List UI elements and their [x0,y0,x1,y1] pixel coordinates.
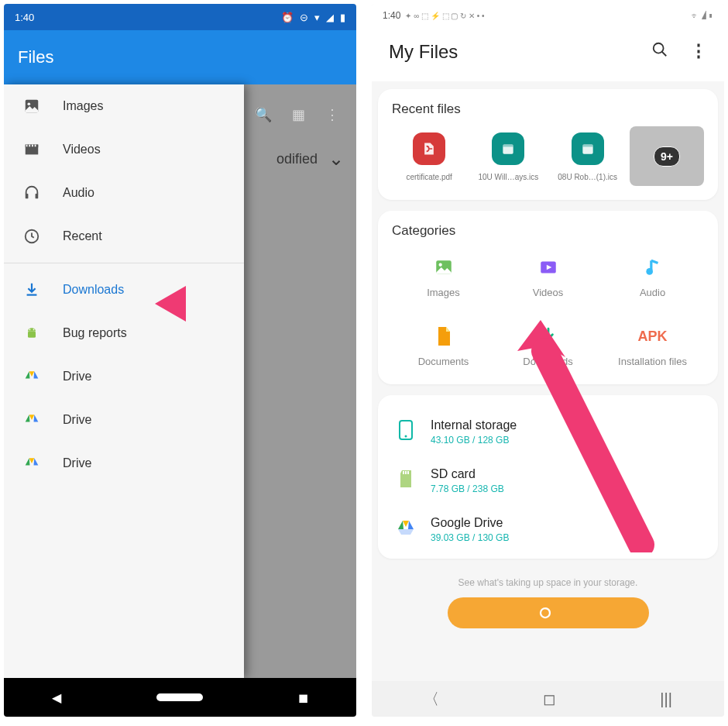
phone-right-myfiles-app: 1:40 ✦ ∞ ⬚ ⚡ ⬚ ▢ ↻ ✕ • • ᯤ ◢ ▮ My Files … [372,4,724,717]
nav-back-icon[interactable]: ◀ [52,690,61,705]
drawer-item-videos[interactable]: Videos [4,128,244,171]
svg-marker-43 [403,521,409,527]
svg-point-25 [654,43,664,53]
search-icon[interactable]: 🔍 [255,106,272,123]
category-images[interactable]: Images [395,256,492,298]
svg-rect-4 [26,145,28,147]
storage-internal[interactable]: Internal storage 43.10 GB / 128 GB [392,408,704,456]
app-title: My Files [389,41,458,63]
recent-file-item[interactable]: certificate.pdf [392,128,466,186]
category-label: Downloads [500,356,596,367]
svg-point-32 [438,263,441,267]
status-bar: 1:40 ⏰ ⊝ ▾ ◢ ▮ [4,4,356,30]
drawer-item-label: Images [63,99,103,113]
android-icon [22,324,41,342]
storage-googledrive[interactable]: Google Drive 39.03 GB / 130 GB [392,505,704,554]
storage-card: Internal storage 43.10 GB / 128 GB SD ca… [378,395,718,559]
grid-view-icon[interactable]: ▦ [292,106,305,123]
categories-card: Categories Images Videos [378,211,718,384]
drawer-item-drive-2[interactable]: Drive [4,398,244,442]
svg-point-14 [33,329,35,331]
chevron-down-icon[interactable]: ⌄ [328,148,344,170]
recent-more-count: 9+ [654,146,680,167]
svg-rect-7 [35,145,36,147]
storage-hint: See what's taking up space in your stora… [372,569,724,597]
drawer-item-downloads[interactable]: Downloads [4,268,244,311]
music-note-icon [604,256,701,279]
status-right-icons: ᯤ ◢ ▮ [691,11,713,20]
category-downloads[interactable]: Downloads [500,325,596,367]
nav-home-icon[interactable] [156,693,203,701]
phone-left-files-app: 1:40 ⏰ ⊝ ▾ ◢ ▮ Files 🔍 ▦ ⋮ odified ⌄ [4,4,356,717]
app-header: My Files ⋮ [372,27,724,81]
drive-icon [22,454,41,473]
download-icon [500,325,596,348]
category-videos[interactable]: Videos [500,256,596,298]
phone-icon [395,419,417,445]
drawer-item-label: Downloads [63,283,124,297]
overflow-icon[interactable]: ⋮ [325,106,339,123]
app-bar: Files [4,30,356,84]
drawer-item-audio[interactable]: Audio [4,171,244,215]
sort-label[interactable]: odified [276,151,318,167]
svg-point-13 [29,329,31,331]
status-indicators: ✦ ∞ ⬚ ⚡ ⬚ ▢ ↻ ✕ • • [405,12,484,20]
svg-line-26 [662,52,667,57]
drawer-item-bugreports[interactable]: Bug reports [4,311,244,355]
analyze-storage-button[interactable] [448,597,649,628]
recent-file-item[interactable]: 08U Rob…(1).ics [551,128,625,186]
svg-point-38 [405,435,407,438]
recent-file-item[interactable]: 10U Will…ays.ics [471,128,545,186]
svg-marker-21 [26,415,30,421]
svg-point-35 [646,268,653,275]
svg-marker-18 [26,371,30,378]
nav-recents-icon[interactable]: ◼ [298,690,308,705]
image-icon [395,256,492,279]
status-bar: 1:40 ✦ ∞ ⬚ ⚡ ⬚ ▢ ↻ ✕ • • ᯤ ◢ ▮ [372,4,724,27]
svg-rect-11 [27,294,37,296]
svg-rect-5 [29,145,30,147]
drawer-item-label: Drive [63,370,91,384]
dnd-icon: ⊝ [300,12,308,23]
category-documents[interactable]: Documents [395,325,492,367]
drawer-item-drive-3[interactable]: Drive [4,442,244,485]
svg-rect-30 [582,144,592,146]
categories-title: Categories [392,223,704,239]
category-installation-files[interactable]: APK Installation files [604,325,701,367]
signal-icon: ◢ [326,12,334,23]
storage-name: Internal storage [431,418,517,432]
drawer-item-drive-1[interactable]: Drive [4,355,244,398]
svg-rect-12 [28,332,36,338]
nav-home-icon[interactable]: ◻ [543,690,556,708]
nav-back-icon[interactable]: 〈 [424,689,439,710]
svg-rect-6 [32,145,33,147]
drawer-item-images[interactable]: Images [4,84,244,128]
alarm-icon: ⏰ [281,12,294,23]
category-label: Installation files [604,356,701,367]
storage-sdcard[interactable]: SD card 7.78 GB / 238 GB [392,456,704,505]
image-icon [22,97,41,115]
donut-icon [538,606,552,620]
storage-name: SD card [431,467,504,481]
pdf-icon [413,132,445,165]
drawer-item-recent[interactable]: Recent [4,215,244,258]
recent-more-button[interactable]: 9+ [630,126,704,186]
drawer-item-label: Bug reports [63,326,127,340]
svg-rect-9 [36,194,39,198]
category-audio[interactable]: Audio [604,256,701,298]
category-label: Images [395,287,492,298]
category-label: Videos [500,287,596,298]
overflow-icon[interactable]: ⋮ [690,41,707,63]
svg-marker-16 [29,371,35,377]
drawer-item-label: Audio [63,186,94,200]
video-icon [500,256,596,279]
nav-recents-icon[interactable]: ||| [660,690,672,708]
svg-rect-36 [542,342,554,344]
status-time: 1:40 [383,10,400,21]
apk-icon: APK [604,325,701,348]
drive-icon [22,367,41,386]
drawer-item-label: Recent [63,229,102,243]
battery-icon: ▮ [340,12,345,23]
recent-files-title: Recent files [392,102,704,117]
search-icon[interactable] [651,41,668,63]
